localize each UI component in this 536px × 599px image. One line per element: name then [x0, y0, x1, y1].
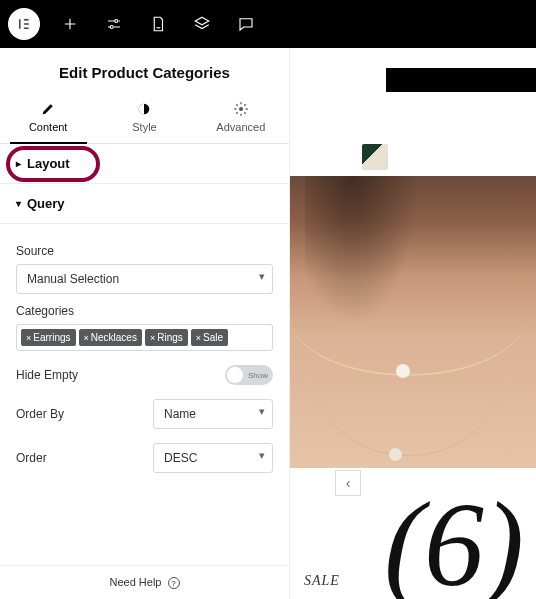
- chat-button[interactable]: [226, 4, 266, 44]
- style-icon: [136, 101, 152, 117]
- tab-advanced[interactable]: Advanced: [193, 95, 289, 143]
- tab-content[interactable]: Content: [0, 95, 96, 143]
- pencil-icon: [40, 101, 56, 117]
- section-query-body: Source Manual Selection Categories ×Earr…: [0, 224, 289, 491]
- svg-point-5: [110, 26, 113, 29]
- caret-right-icon: ▸: [16, 158, 21, 169]
- close-icon[interactable]: ×: [196, 333, 201, 343]
- tag-item[interactable]: ×Necklaces: [79, 329, 142, 346]
- source-label: Source: [16, 244, 273, 258]
- category-name: SALE: [304, 573, 340, 589]
- tag-item[interactable]: ×Sale: [191, 329, 228, 346]
- svg-point-4: [115, 20, 118, 23]
- sliders-icon: [105, 15, 123, 33]
- add-button[interactable]: [50, 4, 90, 44]
- preview-canvas: ‹ SALE (6): [290, 48, 536, 599]
- svg-rect-2: [23, 23, 29, 25]
- caret-down-icon: ▾: [16, 198, 21, 209]
- tag-item[interactable]: ×Earrings: [21, 329, 76, 346]
- close-icon[interactable]: ×: [150, 333, 155, 343]
- editor-panel: Edit Product Categories Content Style Ad…: [0, 48, 290, 599]
- panel-tabs: Content Style Advanced: [0, 95, 289, 144]
- close-icon[interactable]: ×: [84, 333, 89, 343]
- document-icon: [149, 15, 167, 33]
- close-icon[interactable]: ×: [26, 333, 31, 343]
- categories-label: Categories: [16, 304, 273, 318]
- layers-icon: [193, 15, 211, 33]
- svg-rect-3: [23, 27, 29, 29]
- document-button[interactable]: [138, 4, 178, 44]
- svg-point-7: [239, 107, 243, 111]
- svg-rect-1: [23, 19, 29, 21]
- chevron-left-icon: ‹: [346, 475, 351, 491]
- preview-thumbnail: [362, 144, 388, 170]
- hide-empty-label: Hide Empty: [16, 368, 78, 382]
- panel-title: Edit Product Categories: [0, 48, 289, 95]
- preview-header-bar: [386, 68, 536, 92]
- category-count: (6): [384, 485, 524, 599]
- hide-empty-toggle[interactable]: Show: [225, 365, 273, 385]
- source-select[interactable]: Manual Selection: [16, 264, 273, 294]
- order-select[interactable]: DESC: [153, 443, 273, 473]
- tab-style[interactable]: Style: [96, 95, 192, 143]
- need-help-link[interactable]: Need Help ?: [0, 565, 289, 599]
- elementor-logo[interactable]: [8, 8, 40, 40]
- section-layout-toggle[interactable]: ▸ Layout: [0, 144, 289, 184]
- gear-icon: [233, 101, 249, 117]
- svg-rect-0: [19, 19, 21, 30]
- elementor-icon: [15, 15, 33, 33]
- chat-icon: [237, 15, 255, 33]
- help-icon: ?: [168, 577, 180, 589]
- settings-button[interactable]: [94, 4, 134, 44]
- structure-button[interactable]: [182, 4, 222, 44]
- categories-tag-input[interactable]: ×Earrings ×Necklaces ×Rings ×Sale: [16, 324, 273, 351]
- order-by-label: Order By: [16, 407, 64, 421]
- section-query-toggle[interactable]: ▾ Query: [0, 184, 289, 224]
- product-image: [290, 176, 536, 468]
- order-label: Order: [16, 451, 47, 465]
- plus-icon: [61, 15, 79, 33]
- top-toolbar: [0, 0, 536, 48]
- carousel-prev-button[interactable]: ‹: [335, 470, 361, 496]
- order-by-select[interactable]: Name: [153, 399, 273, 429]
- tag-item[interactable]: ×Rings: [145, 329, 188, 346]
